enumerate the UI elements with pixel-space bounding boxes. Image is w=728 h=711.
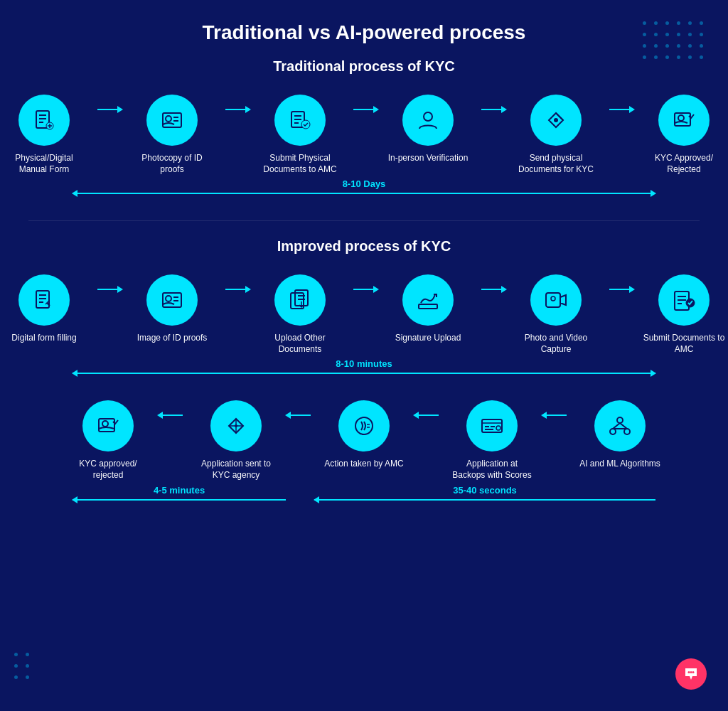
section-divider [28,220,700,221]
traditional-icon-6 [658,95,710,146]
traditional-step-1: Physical/Digital Manual Form [0,95,97,175]
improved-step-10: Application at Backops with Scores [439,400,545,481]
traditional-timeline: 8-10 Days [28,182,700,203]
dot-decoration-top-right [643,21,707,63]
improved-label-6: Submit Documents to AMC [641,333,727,355]
svg-point-25 [166,296,171,301]
improved-step-2: Image of ID proofs [119,274,225,344]
improved-label-9: Action taken by AMC [324,459,403,470]
arrow-i1 [97,289,119,290]
improved-icon-8 [210,400,262,451]
improved-icon-11 [594,400,646,451]
svg-point-43 [355,417,373,434]
traditional-step-5: Send physical Documents for KYC [503,95,609,175]
improved-timeline-left-label: 4-5 minutes [154,485,205,496]
traditional-icon-5 [530,95,582,146]
svg-point-8 [166,116,171,122]
arrow-t3 [353,109,375,110]
improved-timeline-bottom: 4-5 minutes 35-40 seconds [28,488,700,510]
traditional-icon-3 [274,95,326,146]
improved-timeline-top: 8-10 minutes [28,362,700,383]
traditional-heading: Traditional process of KYC [28,58,700,75]
svg-point-51 [610,429,616,434]
arrow-i8 [289,415,311,416]
dot-decoration-bottom-left [14,653,33,683]
improved-step-5: Photo and Video Capture [503,274,609,355]
improved-step-11: AI and ML Algorithms [567,400,673,470]
traditional-icon-1 [18,95,70,146]
traditional-icon-2 [146,95,198,146]
improved-step-3: Upload Other Documents [247,274,353,355]
improved-heading: Improved process of KYC [28,238,700,255]
arrow-i9 [417,415,439,416]
improved-label-8: Application sent to KYC agency [193,459,279,481]
improved-icon-7 [82,400,134,451]
improved-timeline-top-label: 8-10 minutes [336,358,392,369]
svg-point-34 [551,296,555,301]
traditional-icon-4 [402,95,454,146]
svg-line-54 [620,423,627,429]
improved-step-9: Action taken by AMC [311,400,417,470]
improved-step-8: Application sent to KYC agency [183,400,289,481]
traditional-timeline-label: 8-10 Days [343,178,386,189]
improved-label-3: Upload Other Documents [257,333,343,355]
improved-icon-1 [18,274,70,326]
improved-label-4: Signature Upload [395,333,461,344]
improved-timeline-right-label: 35-40 seconds [453,485,517,496]
arrow-i3 [353,289,375,290]
arrow-i7 [161,415,183,416]
traditional-step-3: Submit Physical Documents to AMC [247,95,353,175]
arrow-t4 [481,109,503,110]
improved-icon-4 [402,274,454,326]
improved-process-row-2: KYC approved/ rejected Application sent … [28,400,700,481]
svg-point-58 [692,671,695,673]
svg-line-53 [613,423,620,429]
improved-icon-2 [146,274,198,326]
improved-step-6: Submit Documents to AMC [631,274,728,355]
arrow-t2 [225,109,247,110]
svg-point-56 [688,671,690,673]
svg-point-41 [102,421,108,427]
arrow-i4 [481,289,503,290]
improved-label-2: Image of ID proofs [137,333,208,344]
traditional-step-2: Photocopy of ID proofs [119,95,225,175]
main-title: Traditional vs AI-powered process [28,21,700,44]
improved-process-row-1: Digital form filling Image of ID proofs [28,274,700,355]
improved-label-5: Photo and Video Capture [513,333,599,355]
improved-label-10: Application at Backops with Scores [449,459,535,481]
improved-label-11: AI and ML Algorithms [579,459,660,470]
improved-icon-6 [658,274,710,326]
svg-point-57 [690,671,692,673]
traditional-label-4: In-person Verification [388,153,469,164]
improved-step-7: KYC approved/ rejected [55,400,161,481]
improved-icon-10 [466,400,518,451]
svg-rect-33 [546,293,560,307]
traditional-step-4: In-person Verification [375,95,481,164]
svg-point-16 [424,112,432,121]
improved-step-1: Digital form filling [0,274,97,344]
svg-point-50 [617,417,623,423]
traditional-label-3: Submit Physical Documents to AMC [257,153,343,175]
traditional-step-6: KYC Approved/ Rejected [631,95,728,175]
improved-icon-3 [274,274,326,326]
improved-icon-5 [530,274,582,326]
arrow-i5 [609,289,631,290]
traditional-label-6: KYC Approved/ Rejected [641,153,727,175]
arrow-i10 [545,415,567,416]
page: Traditional vs AI-powered process Tradit… [0,0,728,711]
svg-rect-32 [419,304,437,309]
traditional-label-1: Physical/Digital Manual Form [1,153,87,175]
traditional-process-row: Physical/Digital Manual Form Photocopy o… [28,95,700,175]
svg-point-42 [235,424,237,427]
arrow-t5 [609,109,631,110]
svg-point-49 [496,426,500,430]
svg-point-52 [624,429,630,434]
arrow-t1 [97,109,119,110]
improved-label-7: KYC approved/ rejected [65,459,151,481]
svg-point-19 [678,115,684,121]
chat-bubble[interactable] [675,658,707,690]
arrow-i2 [225,289,247,290]
svg-point-17 [554,118,558,122]
traditional-label-2: Photocopy of ID proofs [129,153,215,175]
improved-icon-9 [338,400,390,451]
